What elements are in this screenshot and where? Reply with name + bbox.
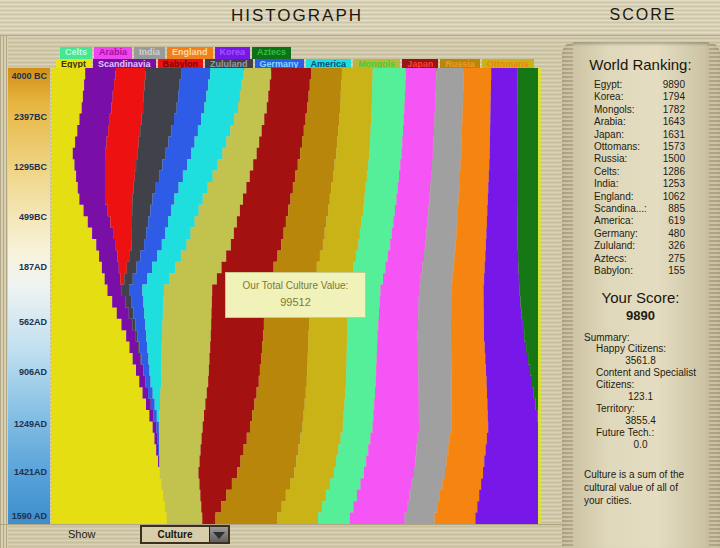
ranking-row: Aztecs:275 xyxy=(574,253,707,265)
ranking-row: Zululand:326 xyxy=(574,240,707,252)
ranking-row: America:619 xyxy=(574,215,707,227)
show-dropdown[interactable]: Culture xyxy=(140,525,230,544)
world-ranking-list: Egypt:9890Korea:1794Mongols:1782Arabia:1… xyxy=(574,79,707,278)
histograph-screen: HISTOGRAPH SCORE CeltsArabiaIndiaEngland… xyxy=(0,0,720,548)
ranking-row: Egypt:9890 xyxy=(574,79,707,91)
score-scroll-panel: World Ranking: Egypt:9890Korea:1794Mongo… xyxy=(562,42,720,548)
time-label: 906AD xyxy=(19,367,47,377)
ranking-civ-name: Mongols: xyxy=(594,104,635,116)
ranking-row: Babylon:155 xyxy=(574,265,707,277)
ranking-civ-name: India: xyxy=(594,178,618,190)
ranking-civ-score: 326 xyxy=(668,240,685,252)
time-label: 1421AD xyxy=(14,467,47,477)
timeline-strip: 4000 BC2397BC1295BC499BC187AD562AD906AD1… xyxy=(8,68,50,524)
ranking-civ-name: Celts: xyxy=(594,166,620,178)
ranking-civ-score: 885 xyxy=(668,203,685,215)
ranking-civ-name: Ottomans: xyxy=(594,141,640,153)
ranking-civ-score: 1286 xyxy=(663,166,685,178)
ranking-civ-name: Arabia: xyxy=(594,116,626,128)
ranking-civ-score: 9890 xyxy=(663,79,685,91)
ranking-row: India:1253 xyxy=(574,178,707,190)
ranking-civ-score: 1253 xyxy=(663,178,685,190)
page-title: HISTOGRAPH xyxy=(137,6,457,26)
ranking-civ-name: England: xyxy=(594,191,633,203)
world-ranking-title: World Ranking: xyxy=(574,56,707,73)
summary-item-label: Content and Specialist Citizens: xyxy=(574,367,707,391)
chart-right-edge xyxy=(538,68,541,524)
ranking-row: Celts:1286 xyxy=(574,166,707,178)
header-bar: HISTOGRAPH SCORE xyxy=(0,0,720,36)
ranking-civ-score: 1643 xyxy=(663,116,685,128)
ranking-civ-name: Japan: xyxy=(594,129,624,141)
ranking-row: Russia:1500 xyxy=(574,153,707,165)
culture-note: Culture is a sum of the cultural value o… xyxy=(574,468,707,507)
summary-item-value: 123.1 xyxy=(574,391,707,403)
ranking-civ-score: 155 xyxy=(668,265,685,277)
ranking-civ-score: 619 xyxy=(668,215,685,227)
window-edge-decoration xyxy=(0,0,8,548)
summary-item-label: Happy Citizens: xyxy=(574,343,707,355)
ranking-row: Scandina...:885 xyxy=(574,203,707,215)
time-label: 499BC xyxy=(19,212,47,222)
ranking-row: Germany:480 xyxy=(574,228,707,240)
summary-list: Happy Citizens:3561.8Content and Special… xyxy=(574,343,707,451)
time-label: 4000 BC xyxy=(11,71,47,81)
ranking-civ-score: 1794 xyxy=(663,91,685,103)
summary-item-label: Future Tech.: xyxy=(574,427,707,439)
ranking-civ-name: Scandina...: xyxy=(594,203,647,215)
time-label: 1590 AD xyxy=(12,511,47,521)
time-label: 562AD xyxy=(19,317,47,327)
time-label: 187AD xyxy=(19,262,47,272)
ranking-civ-name: Russia: xyxy=(594,153,627,165)
ranking-civ-name: America: xyxy=(594,215,633,227)
ranking-civ-score: 1573 xyxy=(663,141,685,153)
footer-divider xyxy=(0,524,562,525)
ranking-row: Japan:1631 xyxy=(574,129,707,141)
ranking-civ-name: Aztecs: xyxy=(594,253,627,265)
tooltip-value: 99512 xyxy=(226,296,365,308)
show-dropdown-value: Culture xyxy=(142,529,208,540)
tooltip-label: Our Total Culture Value: xyxy=(226,280,365,291)
ranking-civ-score: 480 xyxy=(668,228,685,240)
show-label: Show xyxy=(68,528,96,540)
ranking-civ-score: 1782 xyxy=(663,104,685,116)
ranking-row: Ottomans:1573 xyxy=(574,141,707,153)
ranking-civ-name: Zululand: xyxy=(594,240,635,252)
ranking-civ-score: 1631 xyxy=(663,129,685,141)
ranking-civ-name: Germany: xyxy=(594,228,638,240)
ranking-row: Korea:1794 xyxy=(574,91,707,103)
tab-score[interactable]: SCORE xyxy=(583,6,703,24)
ranking-civ-score: 1500 xyxy=(663,153,685,165)
ranking-civ-name: Egypt: xyxy=(594,79,622,91)
time-label: 1249AD xyxy=(14,419,47,429)
your-score-value: 9890 xyxy=(574,308,707,323)
ranking-civ-score: 275 xyxy=(668,253,685,265)
your-score-title: Your Score: xyxy=(574,289,707,306)
summary-item-value: 3561.8 xyxy=(574,355,707,367)
ranking-row: Mongols:1782 xyxy=(574,104,707,116)
ranking-row: England:1062 xyxy=(574,191,707,203)
summary-label: Summary: xyxy=(574,332,707,343)
ranking-civ-name: Babylon: xyxy=(594,265,633,277)
chevron-down-icon[interactable] xyxy=(209,527,228,542)
ranking-row: Arabia:1643 xyxy=(574,116,707,128)
ranking-civ-score: 1062 xyxy=(663,191,685,203)
ranking-civ-name: Korea: xyxy=(594,91,623,103)
time-label: 2397BC xyxy=(14,112,47,122)
summary-item-label: Territory: xyxy=(574,403,707,415)
culture-tooltip: Our Total Culture Value: 99512 xyxy=(225,272,366,318)
summary-item-value: 3855.4 xyxy=(574,415,707,427)
summary-item-value: 0.0 xyxy=(574,439,707,451)
time-label: 1295BC xyxy=(14,162,47,172)
